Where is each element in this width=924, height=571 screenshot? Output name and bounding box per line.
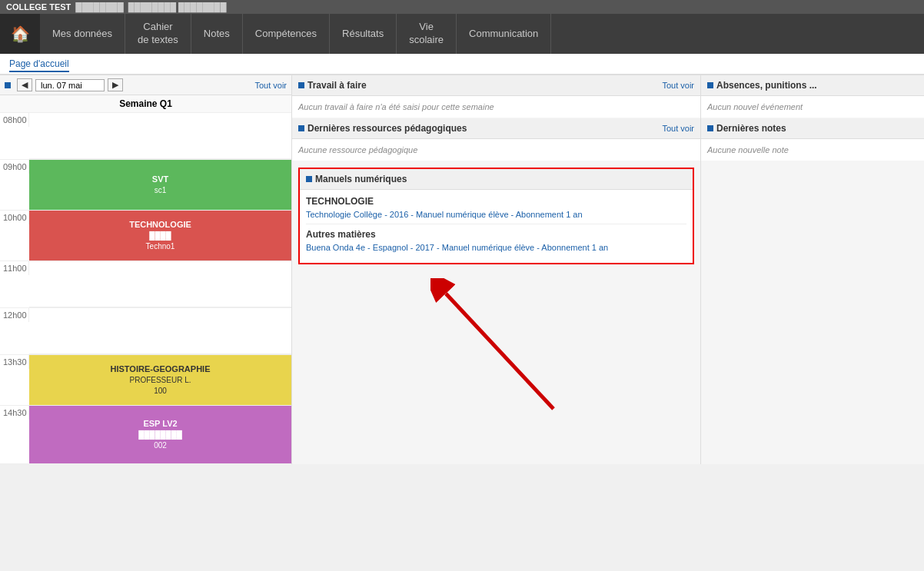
manuels-subject2: Autres matières bbox=[306, 229, 686, 240]
event-histoire-sub: 100 bbox=[154, 386, 167, 397]
event-techno-teacher: ████ bbox=[149, 231, 171, 241]
prev-week-button[interactable]: ◀ bbox=[17, 78, 32, 91]
manuels-body: TECHNOLOGIE Technologie Collège - 2016 -… bbox=[300, 190, 693, 263]
time-row-0800: 08h00 bbox=[0, 113, 291, 160]
blue-square-absences bbox=[707, 82, 713, 88]
ressources-tout-voir[interactable]: Tout voir bbox=[662, 124, 694, 133]
event-esp-teacher: ████████ bbox=[138, 430, 182, 440]
travail-tout-voir[interactable]: Tout voir bbox=[662, 81, 694, 90]
home-button[interactable]: 🏠 bbox=[0, 14, 40, 54]
time-label-1330: 13h30 bbox=[0, 355, 29, 369]
breadcrumb-home-link[interactable]: Page d'accueil bbox=[9, 58, 69, 72]
nav-mes-donnees[interactable]: Mes données bbox=[40, 14, 125, 54]
manuels-title: Manuels numériques bbox=[315, 174, 407, 184]
absences-section: Absences, punitions ... Aucun nouvel évé… bbox=[701, 75, 924, 118]
time-row-0900: 09h00 SVT sc1 bbox=[0, 160, 291, 211]
content-area: ◀ ▶ Tout voir Semaine Q1 08h00 09h00 SVT bbox=[0, 75, 924, 464]
breadcrumb: Page d'accueil bbox=[0, 54, 924, 75]
time-row-1200: 12h00 bbox=[0, 308, 291, 355]
ressources-header: Dernières ressources pédagogiques Tout v… bbox=[292, 118, 700, 139]
main-nav: 🏠 Mes données Cahierde textes Notes Comp… bbox=[0, 14, 924, 54]
time-content-0900: SVT sc1 bbox=[29, 160, 291, 210]
event-svt-teacher: sc1 bbox=[155, 185, 167, 196]
time-content-1200 bbox=[29, 308, 291, 354]
notes-section: Dernières notes Aucune nouvelle note bbox=[701, 118, 924, 161]
notes-title: Dernières notes bbox=[716, 123, 786, 134]
nav-notes[interactable]: Notes bbox=[191, 14, 243, 54]
event-technologie[interactable]: TECHNOLOGIE ████ Techno1 bbox=[29, 211, 291, 261]
time-content-1430: ESP LV2 ████████ 002 bbox=[29, 406, 291, 463]
manuels-header: Manuels numériques bbox=[300, 169, 693, 190]
travail-header: Travail à faire Tout voir bbox=[292, 75, 700, 96]
time-label-1200: 12h00 bbox=[0, 308, 29, 322]
notes-header: Dernières notes bbox=[701, 118, 924, 139]
red-arrow-svg bbox=[430, 278, 584, 432]
event-histoire-teacher: PROFESSEUR L. bbox=[129, 375, 191, 386]
nav-resultats[interactable]: Résultats bbox=[330, 14, 397, 54]
blue-square-travail bbox=[298, 82, 304, 88]
top-bar-info2: ████████ ████████ bbox=[128, 2, 227, 12]
schedule-body: 08h00 09h00 SVT sc1 10h00 bbox=[0, 113, 291, 464]
date-input[interactable] bbox=[35, 79, 105, 91]
site-title: COLLEGE TEST bbox=[6, 2, 71, 12]
manuels-link2[interactable]: Buena Onda 4e - Espagnol - 2017 - Manuel… bbox=[306, 243, 686, 252]
time-row-1100: 11h00 bbox=[0, 261, 291, 308]
event-esp-subject: ESP LV2 bbox=[143, 418, 177, 430]
time-label-1100: 11h00 bbox=[0, 261, 29, 275]
time-label-0800: 08h00 bbox=[0, 113, 29, 127]
time-content-1330: HISTOIRE-GEOGRAPHIE PROFESSEUR L. 100 bbox=[29, 355, 291, 405]
manuels-divider bbox=[306, 224, 686, 224]
event-techno-subject: TECHNOLOGIE bbox=[129, 219, 191, 231]
travail-content: Aucun travail à faire n'a été saisi pour… bbox=[292, 96, 700, 118]
time-label-1000: 10h00 bbox=[0, 211, 29, 224]
schedule-header: ◀ ▶ Tout voir bbox=[0, 75, 291, 95]
svg-line-1 bbox=[446, 294, 553, 409]
middle-panel: Travail à faire Tout voir Aucun travail … bbox=[292, 75, 701, 464]
ressources-empty-text: Aucune ressource pédagogique bbox=[298, 145, 417, 154]
absences-title: Absences, punitions ... bbox=[716, 80, 817, 91]
schedule-tout-voir-link[interactable]: Tout voir bbox=[254, 81, 287, 90]
time-row-1330: 13h30 HISTOIRE-GEOGRAPHIE PROFESSEUR L. … bbox=[0, 355, 291, 406]
event-esp-sub: 002 bbox=[154, 440, 167, 451]
schedule-panel: ◀ ▶ Tout voir Semaine Q1 08h00 09h00 SVT bbox=[0, 75, 292, 464]
arrow-area bbox=[292, 271, 700, 424]
travail-empty-text: Aucun travail à faire n'a été saisi pour… bbox=[298, 102, 494, 111]
top-bar: COLLEGE TEST ████████ ████████ ████████ bbox=[0, 0, 924, 14]
event-svt[interactable]: SVT sc1 bbox=[29, 160, 291, 210]
event-histoire-subject: HISTOIRE-GEOGRAPHIE bbox=[111, 364, 211, 375]
manuels-section: Manuels numériques TECHNOLOGIE Technolog… bbox=[298, 168, 694, 264]
time-row-1000: 10h00 TECHNOLOGIE ████ Techno1 bbox=[0, 211, 291, 261]
travail-title: Travail à faire bbox=[307, 80, 367, 91]
notes-content: Aucune nouvelle note bbox=[701, 139, 924, 161]
top-bar-info1: ████████ bbox=[75, 2, 123, 12]
absences-content: Aucun nouvel événement bbox=[701, 96, 924, 118]
next-week-button[interactable]: ▶ bbox=[108, 78, 123, 91]
schedule-week-title: Semaine Q1 bbox=[0, 95, 291, 113]
time-content-1000: TECHNOLOGIE ████ Techno1 bbox=[29, 211, 291, 261]
time-label-1430: 14h30 bbox=[0, 406, 29, 420]
ressources-section: Dernières ressources pédagogiques Tout v… bbox=[292, 118, 700, 161]
blue-square-icon bbox=[5, 82, 11, 88]
manuels-link1[interactable]: Technologie Collège - 2016 - Manuel numé… bbox=[306, 210, 686, 219]
absences-empty-text: Aucun nouvel événement bbox=[707, 102, 803, 111]
blue-square-manuels bbox=[306, 176, 312, 182]
event-esp[interactable]: ESP LV2 ████████ 002 bbox=[29, 406, 291, 463]
nav-vie-scolaire[interactable]: Viescolaire bbox=[397, 14, 457, 54]
nav-competences[interactable]: Compétences bbox=[243, 14, 330, 54]
nav-cahier-textes[interactable]: Cahierde textes bbox=[125, 14, 191, 54]
ressources-title: Dernières ressources pédagogiques bbox=[307, 123, 467, 134]
time-label-0900: 09h00 bbox=[0, 160, 29, 174]
absences-header: Absences, punitions ... bbox=[701, 75, 924, 96]
event-techno-sub: Techno1 bbox=[146, 241, 175, 252]
manuels-subject1: TECHNOLOGIE bbox=[306, 196, 686, 207]
ressources-content: Aucune ressource pédagogique bbox=[292, 139, 700, 161]
right-panel: Absences, punitions ... Aucun nouvel évé… bbox=[701, 75, 924, 464]
blue-square-notes bbox=[707, 125, 713, 131]
event-svt-subject: SVT bbox=[152, 174, 168, 185]
time-content-1100 bbox=[29, 261, 291, 307]
nav-communication[interactable]: Communication bbox=[457, 14, 551, 54]
event-histoire[interactable]: HISTOIRE-GEOGRAPHIE PROFESSEUR L. 100 bbox=[29, 355, 291, 405]
notes-empty-text: Aucune nouvelle note bbox=[707, 145, 789, 154]
travail-section: Travail à faire Tout voir Aucun travail … bbox=[292, 75, 700, 118]
blue-square-ressources bbox=[298, 125, 304, 131]
